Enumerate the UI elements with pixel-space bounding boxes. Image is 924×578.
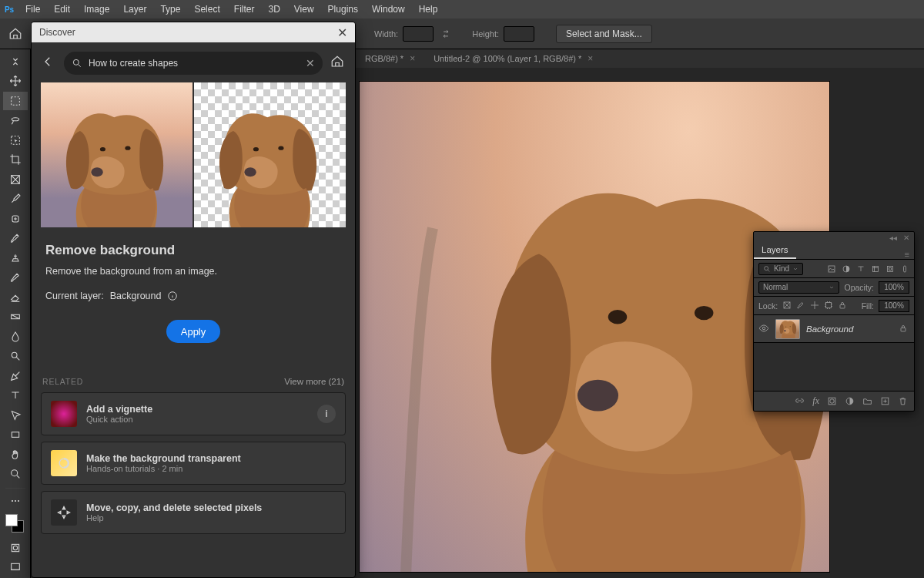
svg-point-33 [830,399,834,403]
link-layers-icon[interactable] [795,396,805,406]
frame-tool[interactable] [3,170,28,189]
edit-toolbar-icon[interactable] [3,492,28,510]
gradient-tool[interactable] [3,308,28,327]
collapse-icon[interactable]: ◂◂ [889,234,897,242]
menu-file[interactable]: File [18,0,47,18]
brush-tool[interactable] [3,230,28,248]
healing-brush-tool[interactable] [3,210,28,228]
menu-bar: Ps File Edit Image Layer Type Select Fil… [0,0,924,18]
close-icon[interactable]: × [588,53,593,64]
home-icon[interactable] [0,18,31,49]
menu-help[interactable]: Help [412,0,445,18]
apply-button[interactable]: Apply [166,320,220,343]
opacity-field[interactable]: 100% [879,281,909,294]
menu-layer[interactable]: Layer [116,0,153,18]
card-thumb [51,401,77,427]
fill-field[interactable]: 100% [879,300,909,312]
related-card-move-copy-delete[interactable]: Move, copy, and delete selected pixels H… [41,491,346,534]
blend-mode-dropdown[interactable]: Normal [758,281,839,294]
screen-mode-icon[interactable] [3,558,28,576]
lock-icon[interactable] [899,324,909,334]
svg-rect-16 [11,564,19,570]
filter-type-icon[interactable] [856,264,865,274]
menu-type[interactable]: Type [153,0,187,18]
document-tab-1[interactable]: RGB/8#) * × [354,49,423,68]
related-card-transparent-bg[interactable]: Make the background transparent Hands-on… [41,442,346,485]
path-selection-tool[interactable] [3,406,28,425]
menu-3d[interactable]: 3D [261,0,286,18]
layer-style-icon[interactable]: fx [812,395,819,407]
foreground-background-swatch[interactable] [5,514,25,533]
select-and-mask-button[interactable]: Select and Mask... [556,25,652,43]
swap-icon[interactable] [438,29,454,39]
crop-tool[interactable] [3,151,28,170]
lock-pixels-icon[interactable] [796,301,805,311]
filter-kind-dropdown[interactable]: Kind [758,263,803,275]
menu-window[interactable]: Window [365,0,412,18]
info-icon[interactable] [167,291,178,301]
type-tool[interactable] [3,387,28,405]
pen-tool[interactable] [3,367,28,385]
filter-smartobject-icon[interactable] [886,264,895,274]
lock-position-icon[interactable] [810,301,819,311]
close-icon[interactable]: ✕ [903,234,909,242]
info-icon[interactable]: i [317,405,336,423]
svg-rect-31 [901,328,906,331]
back-icon[interactable] [41,55,56,72]
menu-view[interactable]: View [287,0,321,18]
discover-search-box[interactable]: How to create shapes ✕ [64,52,323,75]
eraser-tool[interactable] [3,288,28,307]
quick-mask-icon[interactable] [3,539,28,557]
menu-image[interactable]: Image [77,0,116,18]
eyedropper-tool[interactable] [3,190,28,209]
group-icon[interactable] [862,396,872,406]
menu-edit[interactable]: Edit [47,0,77,18]
view-more-link[interactable]: View more (21) [284,377,344,386]
menu-select[interactable]: Select [187,0,226,18]
layers-footer: fx [754,391,914,411]
expand-tools-icon[interactable] [3,52,28,71]
layer-row-background[interactable]: Background [754,315,914,343]
clone-stamp-tool[interactable] [3,249,28,267]
filter-shape-icon[interactable] [871,264,880,274]
layer-name[interactable]: Background [806,324,853,334]
lock-artboard-icon[interactable] [824,301,833,311]
lock-transparency-icon[interactable] [782,301,792,311]
close-icon[interactable]: × [410,53,415,64]
document-tab-2[interactable]: Untitled-2 @ 100% (Layer 1, RGB/8#) * × [423,49,601,68]
lock-all-icon[interactable] [838,301,847,311]
dodge-tool[interactable] [3,348,28,366]
zoom-tool[interactable] [3,465,28,484]
marquee-tool[interactable] [3,92,28,110]
lasso-tool[interactable] [3,112,28,130]
menu-filter[interactable]: Filter [227,0,262,18]
svg-rect-23 [873,266,879,271]
new-layer-icon[interactable] [880,396,890,406]
history-brush-tool[interactable] [3,269,28,287]
filter-toggle-icon[interactable] [900,264,909,274]
blur-tool[interactable] [3,328,28,346]
hand-tool[interactable] [3,445,28,464]
discover-panel: Discover ✕ How to create shapes ✕ Remove… [31,22,356,578]
move-tool[interactable] [3,72,28,91]
menu-plugins[interactable]: Plugins [321,0,365,18]
visibility-icon[interactable] [758,323,769,335]
related-card-vignette[interactable]: Add a vignette Quick action i [41,392,346,435]
delete-layer-icon[interactable] [898,396,908,406]
rectangle-tool[interactable] [3,426,28,445]
height-field[interactable] [504,26,534,42]
document-tab-2-label: Untitled-2 @ 100% (Layer 1, RGB/8#) * [434,54,581,63]
width-field[interactable] [403,26,434,42]
object-selection-tool[interactable] [3,131,28,150]
layer-mask-icon[interactable] [827,396,837,406]
layers-tab[interactable]: Layers [754,242,796,259]
clear-search-icon[interactable]: ✕ [306,57,315,69]
home-icon[interactable] [330,55,346,72]
panel-menu-icon[interactable]: ≡ [900,250,914,259]
filter-pixel-icon[interactable] [827,264,836,274]
discover-heading: Remove background [45,243,341,258]
filter-adjustment-icon[interactable] [842,264,851,274]
close-icon[interactable]: ✕ [337,25,347,40]
adjustment-layer-icon[interactable] [845,396,855,406]
svg-point-12 [14,500,15,502]
